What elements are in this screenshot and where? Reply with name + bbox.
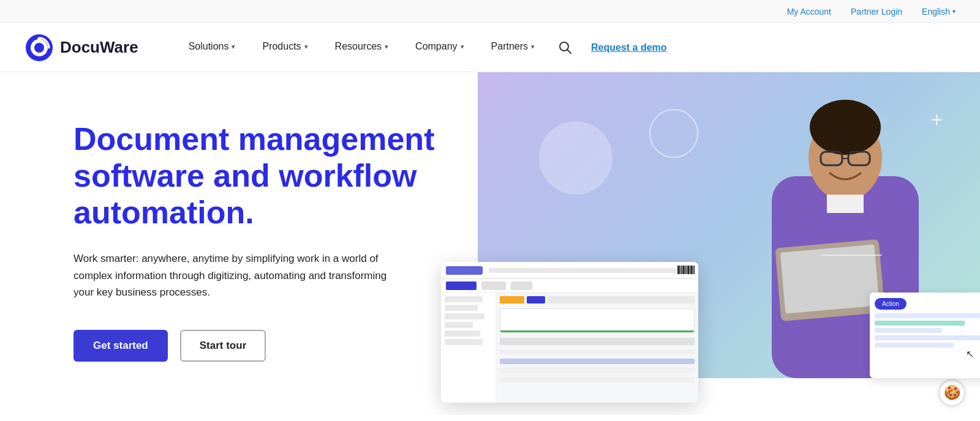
app-blue-btn bbox=[527, 296, 545, 304]
nav-company-label: Company bbox=[415, 41, 457, 52]
app-header-bar bbox=[441, 262, 698, 279]
svg-point-3 bbox=[37, 37, 41, 41]
hero-subtitle: Work smarter: anywhere, anytime by simpl… bbox=[74, 250, 398, 300]
nav-solutions[interactable]: Solutions ▾ bbox=[175, 23, 249, 72]
hero-buttons: Get started Start tour bbox=[74, 330, 490, 362]
overlay-row-3 bbox=[875, 328, 942, 333]
logo-text: DocuWare bbox=[60, 38, 138, 57]
start-tour-button[interactable]: Start tour bbox=[180, 330, 266, 362]
language-label: English bbox=[922, 7, 950, 17]
company-chevron: ▾ bbox=[461, 43, 464, 51]
app-table-row-4 bbox=[500, 377, 695, 382]
app-nav-tab-2 bbox=[511, 281, 532, 290]
app-table-row-2 bbox=[500, 359, 695, 364]
hero-section: Document management software and workflo… bbox=[0, 72, 980, 415]
products-chevron: ▾ bbox=[304, 43, 308, 51]
request-demo-link[interactable]: Request a demo bbox=[591, 42, 667, 53]
cookie-icon: 🍪 bbox=[944, 385, 960, 401]
language-selector[interactable]: English ▾ bbox=[922, 7, 956, 17]
overlay-row-5 bbox=[875, 343, 954, 348]
language-chevron: ▾ bbox=[952, 8, 956, 15]
app-screenshot-inner bbox=[441, 262, 698, 403]
app-nav-tab-1 bbox=[481, 281, 506, 290]
search-button[interactable] bbox=[554, 37, 576, 59]
svg-point-8 bbox=[810, 100, 881, 155]
app-table-row-1 bbox=[500, 349, 695, 355]
app-content-panel bbox=[500, 308, 695, 333]
app-table-header bbox=[500, 338, 695, 345]
solutions-chevron: ▾ bbox=[232, 43, 235, 51]
nav-resources[interactable]: Resources ▾ bbox=[322, 23, 402, 72]
cookie-consent-button[interactable]: 🍪 bbox=[938, 379, 965, 406]
decorative-circle-2 bbox=[649, 109, 698, 158]
app-table-row-3 bbox=[500, 368, 695, 373]
overlay-action-btn: Action bbox=[875, 298, 907, 310]
hero-right: + bbox=[490, 72, 980, 415]
app-nav-tab-active bbox=[446, 281, 477, 290]
main-nav: DocuWare Solutions ▾ Products ▾ Resource… bbox=[0, 23, 980, 72]
app-main-area bbox=[496, 292, 698, 403]
cursor-icon: ↖ bbox=[966, 348, 974, 360]
hero-title: Document management software and workflo… bbox=[74, 121, 466, 231]
docuware-logo-icon bbox=[24, 33, 54, 62]
partner-login-link[interactable]: Partner Login bbox=[851, 7, 902, 17]
app-logo-small bbox=[446, 266, 483, 275]
get-started-button[interactable]: Get started bbox=[74, 330, 168, 362]
top-bar: My Account Partner Login English ▾ bbox=[0, 0, 980, 23]
app-toolbar bbox=[500, 296, 695, 304]
hero-left: Document management software and workflo… bbox=[74, 72, 490, 362]
app-barcode bbox=[677, 266, 695, 274]
app-overlay-panel: Action ↖ bbox=[870, 292, 980, 378]
my-account-link[interactable]: My Account bbox=[787, 7, 831, 17]
nav-partners-label: Partners bbox=[491, 41, 528, 52]
app-screenshot bbox=[441, 262, 698, 403]
logo-link[interactable]: DocuWare bbox=[24, 33, 138, 62]
resources-chevron: ▾ bbox=[385, 43, 388, 51]
app-body bbox=[441, 292, 698, 403]
decorative-circle-1 bbox=[539, 121, 612, 195]
svg-rect-15 bbox=[827, 195, 864, 213]
nav-solutions-label: Solutions bbox=[189, 41, 229, 52]
nav-company[interactable]: Company ▾ bbox=[402, 23, 477, 72]
nav-resources-label: Resources bbox=[335, 41, 382, 52]
svg-point-2 bbox=[34, 43, 44, 53]
nav-items: Solutions ▾ Products ▾ Resources ▾ Compa… bbox=[175, 23, 956, 72]
decorative-dash bbox=[821, 255, 882, 256]
search-icon bbox=[559, 41, 572, 54]
overlay-row-4 bbox=[875, 335, 980, 340]
app-sidebar bbox=[441, 292, 496, 403]
svg-line-5 bbox=[568, 50, 571, 53]
partners-chevron: ▾ bbox=[531, 43, 535, 51]
nav-partners[interactable]: Partners ▾ bbox=[478, 23, 548, 72]
overlay-row-2 bbox=[875, 321, 965, 326]
nav-products[interactable]: Products ▾ bbox=[249, 23, 321, 72]
app-nav-bar bbox=[441, 279, 698, 292]
nav-products-label: Products bbox=[262, 41, 301, 52]
app-orange-btn bbox=[500, 296, 524, 304]
app-header-filler bbox=[489, 268, 691, 273]
overlay-row-1 bbox=[875, 313, 980, 318]
